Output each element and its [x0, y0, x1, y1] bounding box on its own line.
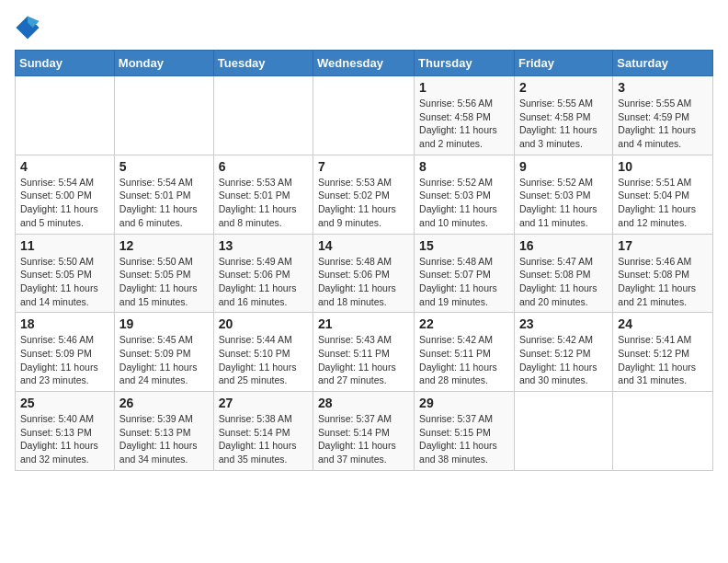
calendar-cell: 18Sunrise: 5:46 AM Sunset: 5:09 PM Dayli…	[16, 313, 115, 392]
calendar-cell: 16Sunrise: 5:47 AM Sunset: 5:08 PM Dayli…	[514, 234, 612, 313]
day-number: 5	[119, 159, 209, 174]
calendar-cell: 3Sunrise: 5:55 AM Sunset: 4:59 PM Daylig…	[613, 76, 713, 155]
weekday-monday: Monday	[114, 51, 213, 76]
day-info: Sunrise: 5:41 AM Sunset: 5:12 PM Dayligh…	[618, 333, 708, 387]
day-info: Sunrise: 5:52 AM Sunset: 5:03 PM Dayligh…	[419, 176, 509, 230]
calendar-cell	[313, 76, 415, 155]
calendar-cell	[114, 76, 213, 155]
calendar-cell	[213, 76, 313, 155]
day-info: Sunrise: 5:42 AM Sunset: 5:12 PM Dayligh…	[519, 333, 608, 387]
day-info: Sunrise: 5:56 AM Sunset: 4:58 PM Dayligh…	[419, 97, 509, 151]
day-number: 7	[318, 159, 409, 174]
day-number: 25	[20, 396, 109, 410]
day-info: Sunrise: 5:44 AM Sunset: 5:10 PM Dayligh…	[219, 333, 308, 387]
calendar-cell: 21Sunrise: 5:43 AM Sunset: 5:11 PM Dayli…	[313, 313, 415, 392]
calendar-cell: 12Sunrise: 5:50 AM Sunset: 5:05 PM Dayli…	[114, 234, 213, 313]
day-number: 23	[519, 316, 608, 331]
day-info: Sunrise: 5:37 AM Sunset: 5:15 PM Dayligh…	[419, 412, 509, 466]
calendar-body: 1Sunrise: 5:56 AM Sunset: 4:58 PM Daylig…	[16, 76, 713, 471]
day-info: Sunrise: 5:38 AM Sunset: 5:14 PM Dayligh…	[219, 412, 308, 466]
day-info: Sunrise: 5:53 AM Sunset: 5:01 PM Dayligh…	[219, 176, 308, 230]
day-info: Sunrise: 5:50 AM Sunset: 5:05 PM Dayligh…	[20, 255, 109, 309]
calendar-cell	[514, 392, 612, 471]
day-number: 21	[318, 316, 409, 331]
day-number: 29	[419, 396, 509, 410]
calendar-cell: 14Sunrise: 5:48 AM Sunset: 5:06 PM Dayli…	[313, 234, 415, 313]
day-info: Sunrise: 5:50 AM Sunset: 5:05 PM Dayligh…	[119, 255, 209, 309]
calendar-cell: 20Sunrise: 5:44 AM Sunset: 5:10 PM Dayli…	[213, 313, 313, 392]
day-number: 1	[419, 80, 509, 95]
calendar-cell: 4Sunrise: 5:54 AM Sunset: 5:00 PM Daylig…	[16, 155, 115, 234]
day-number: 8	[419, 159, 509, 174]
calendar-cell	[16, 76, 115, 155]
weekday-saturday: Saturday	[613, 51, 713, 76]
calendar-cell	[613, 392, 713, 471]
calendar-cell: 9Sunrise: 5:52 AM Sunset: 5:03 PM Daylig…	[514, 155, 612, 234]
weekday-tuesday: Tuesday	[213, 51, 313, 76]
calendar-week-5: 25Sunrise: 5:40 AM Sunset: 5:13 PM Dayli…	[16, 392, 713, 471]
calendar-cell: 17Sunrise: 5:46 AM Sunset: 5:08 PM Dayli…	[613, 234, 713, 313]
calendar-cell: 27Sunrise: 5:38 AM Sunset: 5:14 PM Dayli…	[213, 392, 313, 471]
day-info: Sunrise: 5:55 AM Sunset: 4:58 PM Dayligh…	[519, 97, 608, 151]
day-info: Sunrise: 5:43 AM Sunset: 5:11 PM Dayligh…	[318, 333, 409, 387]
weekday-header-row: SundayMondayTuesdayWednesdayThursdayFrid…	[16, 51, 713, 76]
day-number: 26	[119, 396, 209, 410]
day-info: Sunrise: 5:37 AM Sunset: 5:14 PM Dayligh…	[318, 412, 409, 466]
calendar-table: SundayMondayTuesdayWednesdayThursdayFrid…	[15, 50, 713, 471]
day-number: 14	[318, 238, 409, 253]
day-info: Sunrise: 5:46 AM Sunset: 5:08 PM Dayligh…	[618, 255, 708, 309]
calendar-cell: 1Sunrise: 5:56 AM Sunset: 4:58 PM Daylig…	[415, 76, 515, 155]
weekday-wednesday: Wednesday	[313, 51, 415, 76]
weekday-friday: Friday	[514, 51, 612, 76]
day-info: Sunrise: 5:53 AM Sunset: 5:02 PM Dayligh…	[318, 176, 409, 230]
day-number: 28	[318, 396, 409, 410]
day-number: 27	[219, 396, 308, 410]
day-info: Sunrise: 5:48 AM Sunset: 5:07 PM Dayligh…	[419, 255, 509, 309]
header	[15, 15, 713, 40]
day-info: Sunrise: 5:39 AM Sunset: 5:13 PM Dayligh…	[119, 412, 209, 466]
day-number: 11	[20, 238, 109, 253]
calendar-cell: 25Sunrise: 5:40 AM Sunset: 5:13 PM Dayli…	[16, 392, 115, 471]
weekday-thursday: Thursday	[415, 51, 515, 76]
day-number: 18	[20, 316, 109, 331]
day-number: 17	[618, 238, 708, 253]
calendar-cell: 6Sunrise: 5:53 AM Sunset: 5:01 PM Daylig…	[213, 155, 313, 234]
calendar-cell: 24Sunrise: 5:41 AM Sunset: 5:12 PM Dayli…	[613, 313, 713, 392]
day-number: 2	[519, 80, 608, 95]
calendar-week-2: 4Sunrise: 5:54 AM Sunset: 5:00 PM Daylig…	[16, 155, 713, 234]
calendar-cell: 22Sunrise: 5:42 AM Sunset: 5:11 PM Dayli…	[415, 313, 515, 392]
calendar-cell: 10Sunrise: 5:51 AM Sunset: 5:04 PM Dayli…	[613, 155, 713, 234]
day-number: 9	[519, 159, 608, 174]
calendar-cell: 5Sunrise: 5:54 AM Sunset: 5:01 PM Daylig…	[114, 155, 213, 234]
day-info: Sunrise: 5:46 AM Sunset: 5:09 PM Dayligh…	[20, 333, 109, 387]
day-number: 10	[618, 159, 708, 174]
calendar-cell: 29Sunrise: 5:37 AM Sunset: 5:15 PM Dayli…	[415, 392, 515, 471]
day-info: Sunrise: 5:55 AM Sunset: 4:59 PM Dayligh…	[618, 97, 708, 151]
calendar-week-1: 1Sunrise: 5:56 AM Sunset: 4:58 PM Daylig…	[16, 76, 713, 155]
calendar-header: SundayMondayTuesdayWednesdayThursdayFrid…	[16, 51, 713, 76]
day-info: Sunrise: 5:52 AM Sunset: 5:03 PM Dayligh…	[519, 176, 608, 230]
day-info: Sunrise: 5:48 AM Sunset: 5:06 PM Dayligh…	[318, 255, 409, 309]
logo	[15, 15, 44, 40]
day-number: 24	[618, 316, 708, 331]
day-info: Sunrise: 5:49 AM Sunset: 5:06 PM Dayligh…	[219, 255, 308, 309]
day-info: Sunrise: 5:45 AM Sunset: 5:09 PM Dayligh…	[119, 333, 209, 387]
day-info: Sunrise: 5:40 AM Sunset: 5:13 PM Dayligh…	[20, 412, 109, 466]
day-info: Sunrise: 5:54 AM Sunset: 5:00 PM Dayligh…	[20, 176, 109, 230]
weekday-sunday: Sunday	[16, 51, 115, 76]
day-number: 13	[219, 238, 308, 253]
calendar-cell: 11Sunrise: 5:50 AM Sunset: 5:05 PM Dayli…	[16, 234, 115, 313]
day-number: 16	[519, 238, 608, 253]
calendar-cell: 2Sunrise: 5:55 AM Sunset: 4:58 PM Daylig…	[514, 76, 612, 155]
calendar-cell: 8Sunrise: 5:52 AM Sunset: 5:03 PM Daylig…	[415, 155, 515, 234]
day-number: 3	[618, 80, 708, 95]
day-number: 22	[419, 316, 509, 331]
day-number: 15	[419, 238, 509, 253]
calendar-cell: 7Sunrise: 5:53 AM Sunset: 5:02 PM Daylig…	[313, 155, 415, 234]
day-number: 20	[219, 316, 308, 331]
day-number: 19	[119, 316, 209, 331]
day-info: Sunrise: 5:54 AM Sunset: 5:01 PM Dayligh…	[119, 176, 209, 230]
day-info: Sunrise: 5:47 AM Sunset: 5:08 PM Dayligh…	[519, 255, 608, 309]
calendar-cell: 26Sunrise: 5:39 AM Sunset: 5:13 PM Dayli…	[114, 392, 213, 471]
calendar-week-4: 18Sunrise: 5:46 AM Sunset: 5:09 PM Dayli…	[16, 313, 713, 392]
